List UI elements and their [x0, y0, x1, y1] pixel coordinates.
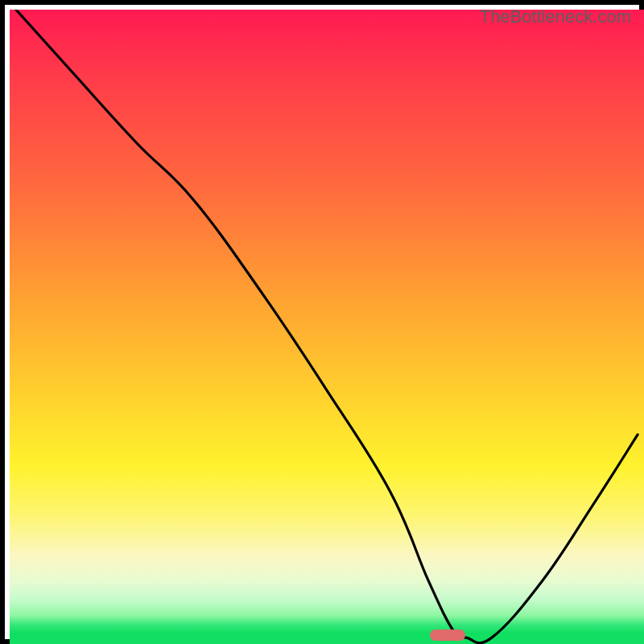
- heat-gradient: [10, 10, 644, 644]
- chart-frame: TheBottleneck.com: [0, 0, 644, 644]
- chart-plot-area: [10, 10, 644, 644]
- watermark-text: TheBottleneck.com: [480, 6, 631, 27]
- optimum-marker: [430, 630, 465, 641]
